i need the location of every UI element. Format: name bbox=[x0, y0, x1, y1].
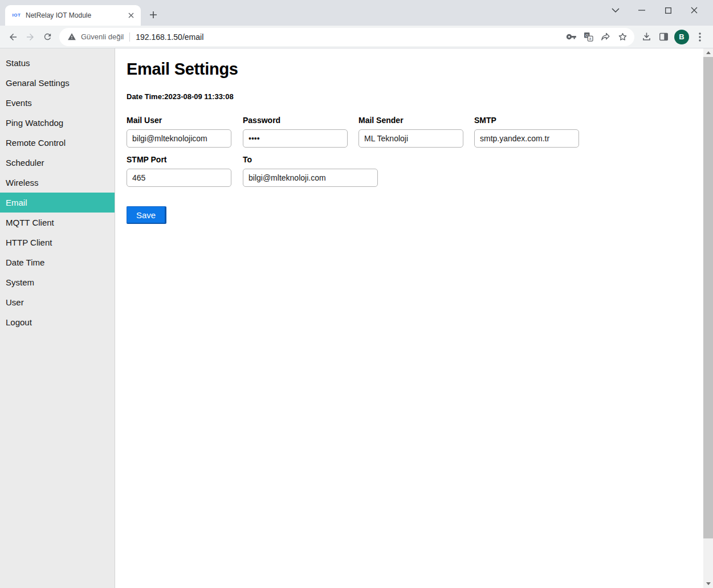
mail-sender-field: Mail Sender bbox=[358, 116, 463, 148]
minimize-button[interactable] bbox=[629, 1, 655, 19]
tab-close-icon[interactable] bbox=[126, 10, 136, 21]
sidebar-item-mqtt-client[interactable]: MQTT Client bbox=[0, 213, 115, 232]
page-title: Email Settings bbox=[127, 60, 703, 79]
downloads-icon[interactable] bbox=[638, 28, 655, 46]
smtp-input[interactable] bbox=[474, 129, 579, 148]
mail-sender-label: Mail Sender bbox=[358, 116, 463, 125]
address-bar[interactable]: Güvenli değil 192.168.1.50/email G a bbox=[59, 28, 634, 46]
scrollbar-thumb[interactable] bbox=[703, 57, 713, 538]
reload-button[interactable] bbox=[39, 28, 56, 46]
to-label: To bbox=[243, 155, 378, 164]
to-field: To bbox=[243, 155, 378, 187]
menu-kebab-icon[interactable] bbox=[691, 28, 708, 46]
scroll-down-icon[interactable] bbox=[703, 579, 713, 588]
smtp-port-label: STMP Port bbox=[127, 155, 231, 164]
sidebar-item-ping-watchdog[interactable]: Ping Watchdog bbox=[0, 113, 115, 133]
sidebar-item-wireless[interactable]: Wireless bbox=[0, 173, 115, 193]
new-tab-button[interactable] bbox=[145, 7, 161, 23]
sidebar-item-date-time[interactable]: Date Time bbox=[0, 252, 115, 272]
sidebar-item-events[interactable]: Events bbox=[0, 93, 115, 113]
tab-strip: IOT NetRelay IOT Module bbox=[0, 0, 713, 26]
mail-user-field: Mail User bbox=[127, 116, 231, 148]
sidebar-item-remote-control[interactable]: Remote Control bbox=[0, 133, 115, 153]
svg-text:a: a bbox=[589, 36, 591, 40]
forward-button[interactable] bbox=[22, 28, 39, 46]
tab-title: NetRelay IOT Module bbox=[26, 11, 126, 19]
sidebar-item-user[interactable]: User bbox=[0, 292, 115, 312]
mail-user-label: Mail User bbox=[127, 116, 231, 125]
password-field: Password bbox=[243, 116, 348, 148]
sidebar-item-http-client[interactable]: HTTP Client bbox=[0, 232, 115, 252]
profile-avatar[interactable]: B bbox=[674, 30, 689, 44]
sidebar-item-general-settings[interactable]: Genaral Settings bbox=[0, 73, 115, 93]
sidebar-item-logout[interactable]: Logout bbox=[0, 312, 115, 332]
browser-window: IOT NetRelay IOT Module bbox=[0, 0, 713, 588]
window-controls bbox=[602, 0, 707, 21]
back-button[interactable] bbox=[5, 28, 22, 46]
side-panel-icon[interactable] bbox=[655, 28, 672, 46]
to-input[interactable] bbox=[243, 169, 378, 187]
smtp-port-input[interactable] bbox=[127, 169, 231, 187]
close-window-button[interactable] bbox=[681, 1, 707, 19]
browser-tab[interactable]: IOT NetRelay IOT Module bbox=[5, 5, 141, 26]
mail-sender-input[interactable] bbox=[358, 129, 463, 148]
translate-icon[interactable]: G a bbox=[580, 28, 597, 46]
datetime-label: Date Time:2023-08-09 11:33:08 bbox=[127, 92, 703, 101]
security-warning-label[interactable]: Güvenli değil bbox=[81, 32, 124, 41]
url-text[interactable]: 192.168.1.50/email bbox=[136, 32, 563, 42]
maximize-button[interactable] bbox=[655, 1, 681, 19]
password-label: Password bbox=[243, 116, 348, 125]
sidebar-nav: Status Genaral Settings Events Ping Watc… bbox=[0, 48, 115, 588]
scroll-up-icon[interactable] bbox=[703, 48, 713, 57]
password-input[interactable] bbox=[243, 129, 348, 148]
sidebar-item-scheduler[interactable]: Scheduler bbox=[0, 153, 115, 173]
save-button[interactable]: Save bbox=[127, 206, 166, 224]
tab-search-chevron-icon[interactable] bbox=[602, 1, 629, 19]
sidebar-item-status[interactable]: Status bbox=[0, 53, 115, 73]
site-favicon-icon: IOT bbox=[11, 11, 22, 20]
password-key-icon[interactable] bbox=[563, 28, 580, 46]
browser-toolbar: Güvenli değil 192.168.1.50/email G a bbox=[0, 26, 713, 48]
omnibox-divider bbox=[129, 32, 130, 42]
page-content: Status Genaral Settings Events Ping Watc… bbox=[0, 48, 713, 588]
page-scrollbar[interactable] bbox=[703, 48, 713, 588]
smtp-field: SMTP bbox=[474, 116, 579, 148]
mail-user-input[interactable] bbox=[127, 129, 231, 148]
bookmark-star-icon[interactable] bbox=[614, 28, 631, 46]
security-warning-icon[interactable] bbox=[67, 32, 76, 41]
smtp-port-field: STMP Port bbox=[127, 155, 231, 187]
sidebar-item-email[interactable]: Email bbox=[0, 193, 115, 213]
smtp-label: SMTP bbox=[474, 116, 579, 125]
sidebar-item-system[interactable]: System bbox=[0, 272, 115, 292]
share-icon[interactable] bbox=[597, 28, 614, 46]
email-settings-panel: Email Settings Date Time:2023-08-09 11:3… bbox=[115, 48, 703, 588]
